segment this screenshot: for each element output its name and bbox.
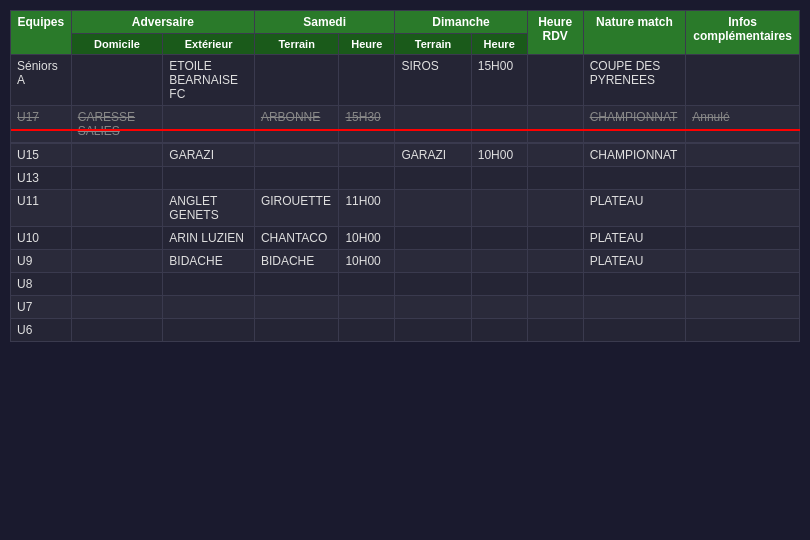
- table-body: Séniors AETOILE BEARNAISE FCSIROS15H00CO…: [11, 55, 800, 342]
- nature-match-header: Nature match: [583, 11, 686, 55]
- domicile-subheader: Domicile: [71, 34, 163, 55]
- equipes-header: Equipes: [11, 11, 72, 55]
- infos-header: Infos complémentaires: [686, 11, 800, 55]
- table-row: U9BIDACHEBIDACHE10H00PLATEAU: [11, 250, 800, 273]
- heure-rdv-header: Heure RDV: [527, 11, 583, 55]
- table-row: U10ARIN LUZIENCHANTACO10H00PLATEAU: [11, 227, 800, 250]
- schedule-table: Equipes Adversaire Samedi Dimanche Heure…: [10, 10, 800, 342]
- sam-heure-subheader: Heure: [339, 34, 395, 55]
- dim-terrain-subheader: Terrain: [395, 34, 471, 55]
- table-row: U6: [11, 319, 800, 342]
- samedi-header: Samedi: [254, 11, 394, 34]
- table-row: U15GARAZIGARAZI10H00CHAMPIONNAT: [11, 144, 800, 167]
- dimanche-header: Dimanche: [395, 11, 527, 34]
- main-header-row: Equipes Adversaire Samedi Dimanche Heure…: [11, 11, 800, 34]
- table-row: U11ANGLET GENETSGIROUETTE11H00PLATEAU: [11, 190, 800, 227]
- cancelled-line-row: [11, 143, 800, 144]
- table-row: U13: [11, 167, 800, 190]
- adversaire-header: Adversaire: [71, 11, 254, 34]
- table-row: U8: [11, 273, 800, 296]
- table-row: U7: [11, 296, 800, 319]
- dim-heure-subheader: Heure: [471, 34, 527, 55]
- table-row: U17CARESSE SALIESARBONNE15H30CHAMPIONNAT…: [11, 106, 800, 143]
- table-row: Séniors AETOILE BEARNAISE FCSIROS15H00CO…: [11, 55, 800, 106]
- exterieur-subheader: Extérieur: [163, 34, 255, 55]
- sam-terrain-subheader: Terrain: [254, 34, 338, 55]
